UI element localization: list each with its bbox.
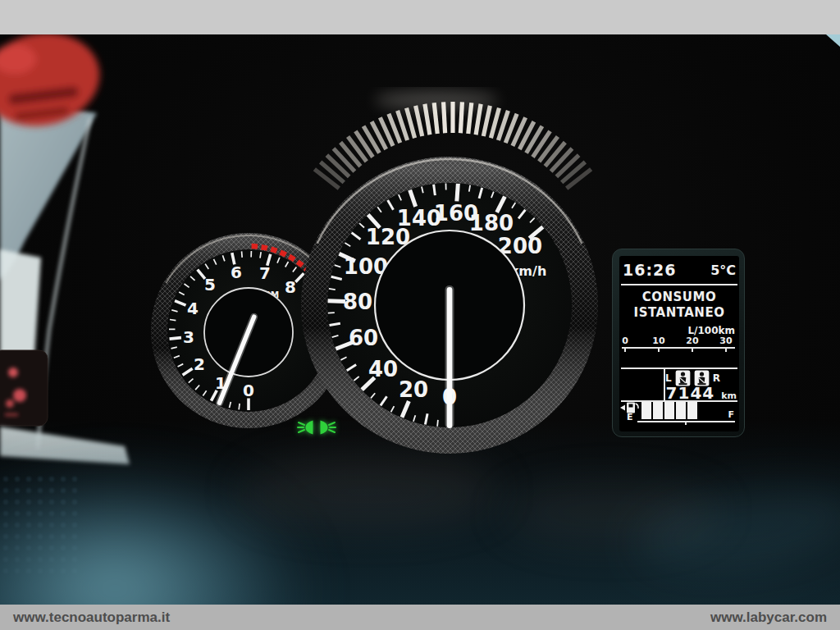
position-lights-icon — [298, 422, 336, 432]
position-lights-indicator — [295, 415, 338, 440]
watermark-left: www.tecnoautoparma.it — [13, 609, 170, 626]
corner-light-triangle — [826, 34, 840, 47]
speedo-label: 180 — [469, 211, 514, 235]
speedo-label: 40 — [368, 357, 398, 381]
screenshot: 0 1 2 3 4 5 6 7 8 x1000RPM — [0, 0, 840, 630]
speedo-label: 80 — [343, 290, 372, 314]
seatbelt-left-label: L — [665, 372, 672, 384]
tach-label: 6 — [231, 262, 242, 282]
consumption-scale-line — [622, 347, 735, 349]
fuel-bar — [664, 402, 674, 419]
clock: 16:26 — [623, 261, 676, 279]
tach-label: 2 — [194, 354, 205, 374]
scale-label: 20 — [686, 336, 698, 346]
tach-label: 3 — [183, 327, 194, 347]
watermark-band-top — [0, 0, 840, 34]
watermark-right: www.labycar.com — [710, 609, 827, 626]
fuel-bar — [653, 402, 663, 419]
fuel-bar — [676, 402, 686, 419]
scale-tick — [692, 349, 693, 352]
fuel-full-label: F — [728, 409, 734, 420]
display-title: CONSUMO ISTANTANEO — [619, 290, 739, 321]
speedometer-needle — [445, 285, 454, 428]
teal-streak — [631, 472, 840, 586]
scale-tick — [624, 349, 626, 352]
scale-label: 0 — [622, 336, 628, 346]
speedo-label: 60 — [349, 326, 378, 350]
tach-label: 8 — [285, 277, 296, 297]
fuel-bar — [687, 402, 697, 419]
display-title-line1: CONSUMO — [619, 290, 739, 305]
fuel-scale-mid-tick — [685, 422, 687, 425]
watermark-band-bottom: www.tecnoautoparma.it www.labycar.com — [0, 605, 840, 630]
divider-line — [621, 368, 737, 369]
consumption-unit: L/100km — [687, 325, 735, 336]
dash-light-strip — [0, 249, 41, 361]
divider-line — [621, 284, 737, 285]
speedometer-gauge: 0 20 40 60 80 100 120 140 160 180 200 km… — [300, 156, 599, 454]
tach-label: 5 — [204, 275, 216, 294]
tach-label: 7 — [259, 263, 271, 283]
outside-temperature: 5°C — [710, 262, 736, 278]
speedo-label: 20 — [399, 377, 428, 402]
scale-label: 30 — [719, 336, 732, 346]
tach-label: 0 — [243, 381, 254, 400]
info-display: 16:26 5°C CONSUMO ISTANTANEO L/100km 0 1… — [612, 249, 745, 437]
side-panel-red-display — [0, 350, 48, 426]
scale-tick — [658, 349, 660, 352]
scale-label: 10 — [652, 336, 664, 346]
dashboard-photo: 0 1 2 3 4 5 6 7 8 x1000RPM — [0, 34, 840, 605]
info-display-screen: 16:26 5°C CONSUMO ISTANTANEO L/100km 0 1… — [619, 256, 739, 431]
fuel-bar — [641, 402, 651, 419]
seatbelt-right-label: R — [713, 372, 720, 384]
steering-reflection — [238, 457, 500, 527]
tach-label: 4 — [187, 299, 199, 318]
fuel-empty-label: E — [627, 412, 633, 422]
fuel-level-bars — [641, 402, 697, 419]
lower-light-band — [0, 427, 130, 464]
display-title-line2: ISTANTANEO — [619, 305, 739, 321]
steering-reflection-2 — [500, 482, 722, 543]
scale-tick — [725, 349, 727, 352]
